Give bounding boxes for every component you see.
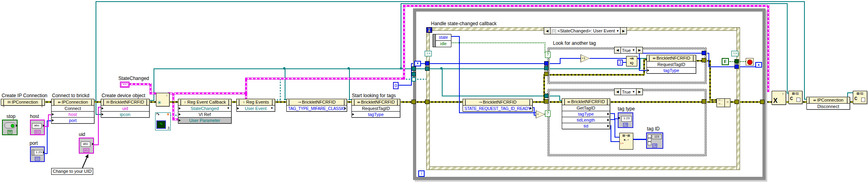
label-handle-callback: Handle state-changed callback bbox=[431, 21, 497, 26]
case2-prev-icon[interactable]: ◀ bbox=[615, 89, 621, 95]
dynamic-event-terminal-left-icon[interactable]: ♀+ bbox=[425, 51, 432, 56]
uid-control[interactable]: abc abc bbox=[79, 138, 94, 154]
node-state-const[interactable]: ?! ⊸BrickletNFCRFID ?! STATE_REQUEST_TAG… bbox=[463, 99, 533, 112]
terminal-arrow-icon bbox=[43, 151, 44, 154]
corner-icon: ?! bbox=[845, 98, 849, 103]
node-merge-errors[interactable]: ?!→ ?!→ ?! bbox=[716, 98, 730, 107]
stop-control[interactable]: TF bbox=[2, 120, 18, 135]
node-equal[interactable]: = bbox=[536, 110, 545, 118]
dynamic-event-terminal-right-icon[interactable]: ♀+ bbox=[731, 51, 738, 56]
row-user-event[interactable]: User Event▼ bbox=[237, 105, 275, 111]
row-request-tag-id[interactable]: RequestTagID bbox=[352, 105, 400, 111]
static-vi-reference[interactable]: ↷ ★ ∿ 3 bbox=[155, 112, 171, 130]
case2-label[interactable]: True ▼ bbox=[621, 89, 636, 95]
row-uid[interactable]: uid bbox=[101, 105, 149, 111]
node-request-tag-id-1[interactable]: ?! ⇻BrickletNFCRFID ?! RequestTagID tagT… bbox=[351, 99, 400, 118]
event-data-node[interactable]: state idle bbox=[433, 34, 451, 47]
corner-icon: ?! bbox=[227, 100, 231, 105]
row-vi-ref[interactable]: VI Ref bbox=[178, 111, 231, 117]
array-index-box[interactable] bbox=[648, 134, 651, 138]
shift-register-right-icon[interactable]: ▲ bbox=[755, 62, 762, 68]
destroy-x-icon: X bbox=[773, 98, 778, 104]
node-get-tag-id[interactable]: ?! ⇻BrickletNFCRFID ?! GetTagID tagType … bbox=[562, 98, 610, 129]
corner-icon: ?! bbox=[145, 100, 149, 105]
host-control[interactable]: abc abc bbox=[30, 120, 45, 135]
node-close-ref-2[interactable]: ▩/▨ C bbox=[853, 91, 867, 104]
label-statechanged: StateChanged bbox=[118, 76, 149, 81]
vi-ref-star-icon: ★ bbox=[166, 112, 170, 116]
node-close-ref-1[interactable]: ▩/▨ C bbox=[788, 91, 802, 104]
false-constant[interactable]: F bbox=[722, 58, 729, 65]
node-tag-type-const[interactable]: ?! ⊸BrickletNFCRFID ?! TAG_TYPE_MIFARE_C… bbox=[286, 99, 347, 112]
array-index-box[interactable] bbox=[648, 142, 651, 145]
loop-stop-terminal[interactable] bbox=[746, 58, 754, 66]
row-tagtype[interactable]: tagType bbox=[352, 111, 400, 117]
invoke-icon: ⇻ bbox=[813, 98, 816, 102]
row-connect[interactable]: Connect bbox=[52, 105, 94, 111]
event-selector[interactable]: ◀ [0] <StateChanged>: User Event ▼ ▶ bbox=[544, 27, 627, 34]
array-index-box[interactable] bbox=[648, 138, 651, 142]
row-tidlength[interactable]: tidLength bbox=[562, 117, 610, 123]
row-user-parameter[interactable]: User Parameter bbox=[178, 117, 231, 123]
row-tid[interactable]: tid bbox=[562, 123, 610, 129]
case2-selector[interactable]: ◀ True ▼ ▶ bbox=[614, 88, 643, 95]
row-tag-type-mifare[interactable]: TAG_TYPE_MIFARE_CLASSIC bbox=[287, 105, 347, 111]
tunnel bbox=[734, 59, 739, 64]
node-connect[interactable]: ?! ⇻IPConnection ?! Connect host port bbox=[51, 99, 94, 124]
constant-three[interactable]: 3 bbox=[617, 60, 623, 66]
event-field-state[interactable]: state bbox=[436, 34, 451, 41]
case1-selector-terminal[interactable]: ? bbox=[545, 52, 551, 58]
event-next-icon[interactable]: ▶ bbox=[620, 28, 627, 34]
row-state-ready[interactable]: STATE_REQUEST_TAG_ID_READY bbox=[463, 105, 532, 111]
node-request-tag-id-2[interactable]: ?! ⇻BrickletNFCRFID ?! RequestTagID tagT… bbox=[647, 55, 696, 74]
row-tagtype[interactable]: tagType bbox=[647, 67, 696, 73]
node-create-ipconnection[interactable]: ?! ✉IPConnection ?! bbox=[1, 99, 45, 106]
node-reg-events[interactable]: ?! ♀Reg Events ?! User Event▼ bbox=[236, 99, 275, 112]
row-host[interactable]: host bbox=[52, 111, 94, 117]
event-dropdown-icon[interactable]: ▼ bbox=[616, 29, 619, 33]
wire-junction bbox=[347, 67, 350, 70]
statechanged-event-constant[interactable]: 906 bbox=[120, 82, 130, 88]
node-array-subset[interactable]: ▦+▦ ■‥+ ⊦+ bbox=[619, 133, 633, 150]
event-prev-icon[interactable]: ◀ bbox=[544, 28, 551, 34]
dropdown-icon[interactable]: ▼ bbox=[227, 106, 230, 111]
int32-type-tag: I32 bbox=[35, 157, 40, 161]
merge-output-icon: ?! bbox=[725, 99, 730, 107]
node-create-device[interactable]: ?! ✉BrickletNFCRFID ?! uid ipcon bbox=[101, 99, 150, 118]
row-disconnect[interactable]: Disconnect bbox=[807, 103, 850, 109]
node-destroy-user-event[interactable]: ♀ X bbox=[772, 91, 786, 105]
row-ipcon[interactable]: ipcon bbox=[101, 111, 149, 117]
event-field-idle[interactable]: idle bbox=[436, 41, 451, 46]
node-increment[interactable]: +1 bbox=[581, 54, 590, 62]
row-tagtype[interactable]: tagType bbox=[562, 111, 610, 117]
node-quotient-remainder[interactable]: ÷R IQ bbox=[626, 56, 637, 66]
row-get-tag-id[interactable]: GetTagID bbox=[562, 105, 610, 111]
increment-icon: +1 bbox=[581, 55, 589, 62]
row-statechanged[interactable]: StateChanged▼ bbox=[178, 105, 231, 111]
event-selector-label[interactable]: [0] <StateChanged>: User Event ▼ bbox=[551, 28, 620, 34]
node-reg-event-callback[interactable]: ?! ♀Reg Event Callback ?! StateChanged▼ … bbox=[178, 99, 231, 124]
tag-id-indicator[interactable]: 123 U8 bbox=[646, 132, 663, 149]
label-stop: stop bbox=[6, 114, 16, 119]
constant-zero[interactable]: 0 bbox=[393, 82, 399, 89]
tag-type-indicator[interactable]: 1.23 U8 bbox=[618, 112, 633, 128]
case1-next-icon[interactable]: ▶ bbox=[636, 47, 643, 53]
case1-label[interactable]: True ▼ bbox=[621, 47, 636, 53]
label-uid: uid bbox=[79, 132, 85, 137]
shift-register-left-icon[interactable]: ▼ bbox=[414, 61, 421, 66]
dropdown-icon[interactable]: ▼ bbox=[270, 106, 273, 111]
row-port[interactable]: port bbox=[52, 117, 94, 123]
node-disconnect[interactable]: ?! ⇻IPConnection ?! Disconnect bbox=[806, 97, 850, 110]
timeout-hourglass-icon[interactable]: ⌛ bbox=[426, 27, 432, 33]
case2-next-icon[interactable]: ▶ bbox=[636, 89, 643, 95]
case2-selector-terminal[interactable]: ? bbox=[545, 110, 551, 117]
case1-selector[interactable]: ◀ True ▼ ▶ bbox=[614, 47, 643, 54]
port-control[interactable]: 1.23 I32 bbox=[30, 146, 45, 162]
terminal-arrow-icon bbox=[92, 143, 94, 145]
case1-prev-icon[interactable]: ◀ bbox=[615, 47, 621, 53]
merge-input-icon: ?!→ bbox=[717, 102, 724, 106]
row-request-tag-id[interactable]: RequestTagID bbox=[647, 61, 696, 67]
wire-device-top bbox=[401, 3, 788, 4]
node-create-user-event[interactable]: ♀ ✳ bbox=[156, 93, 170, 106]
loop-iteration-terminal[interactable]: i bbox=[418, 170, 425, 177]
